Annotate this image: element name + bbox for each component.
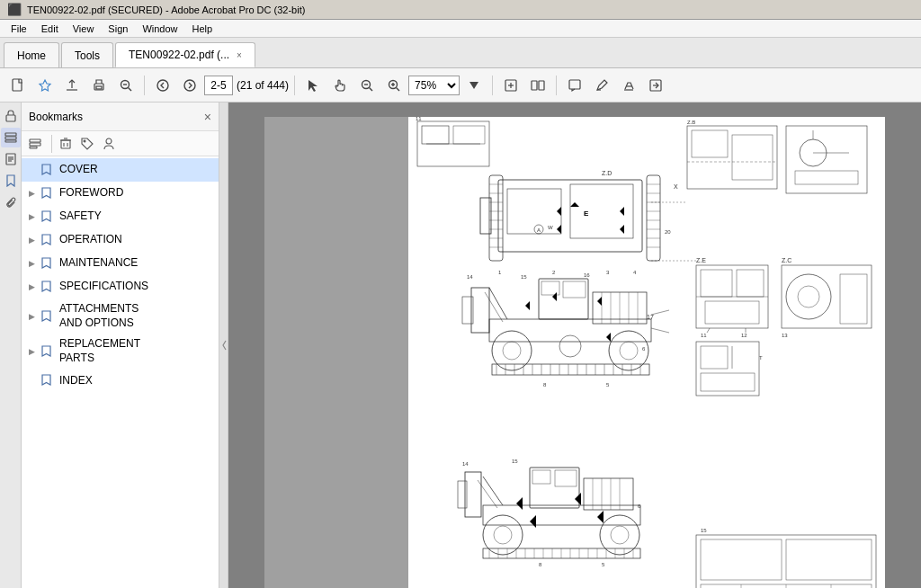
svg-text:Z.B: Z.B	[687, 120, 695, 125]
hand-tool-button[interactable]	[327, 73, 353, 98]
attachment-icon[interactable]	[1, 192, 21, 212]
zoom-dropdown-button[interactable]	[461, 73, 487, 98]
pdf-viewer[interactable]: 11	[228, 102, 921, 588]
svg-rect-54	[507, 189, 561, 234]
bookmarks-title: Bookmarks	[29, 111, 83, 123]
bookmark-icon-replacement	[41, 345, 54, 358]
fit-page-button[interactable]	[498, 73, 523, 98]
tab-tools-label: Tools	[75, 49, 100, 62]
svg-marker-138	[552, 292, 557, 301]
svg-marker-206	[516, 497, 523, 510]
bookmark-item-attachments[interactable]: ▶ ATTACHMENTSAND OPTIONS	[22, 298, 219, 334]
bookmark-item-replacement[interactable]: ▶ REPLACEMENTPARTS	[22, 334, 219, 369]
svg-text:3: 3	[606, 270, 610, 275]
svg-text:16: 16	[584, 272, 590, 278]
svg-text:12: 12	[741, 333, 747, 338]
bookmark-item-index[interactable]: INDEX	[22, 369, 219, 392]
comment-button[interactable]	[562, 73, 587, 98]
svg-rect-39	[30, 143, 40, 146]
menu-file[interactable]: File	[4, 22, 34, 35]
panel-collapse-handle[interactable]	[219, 102, 228, 588]
tab-home[interactable]: Home	[4, 42, 59, 67]
svg-text:5: 5	[606, 382, 610, 388]
bookmark-item-specifications[interactable]: ▶ SPECIFICATIONS	[22, 275, 219, 298]
svg-rect-0	[13, 79, 22, 91]
tab-document[interactable]: TEN00922-02.pdf (... ×	[115, 42, 255, 67]
toolbar-separator-4	[556, 76, 557, 95]
prev-page-button[interactable]	[150, 73, 175, 98]
svg-rect-153	[737, 270, 764, 297]
zoom-in-tool-button[interactable]	[381, 73, 407, 98]
cursor-tool-button[interactable]	[300, 73, 326, 98]
title-text: TEN00922-02.pdf (SECURED) - Adobe Acroba…	[27, 4, 305, 15]
bookmark-chevron-attachments: ▶	[29, 312, 41, 321]
svg-rect-33	[5, 140, 16, 142]
bookmarks-person-button[interactable]	[99, 134, 119, 154]
svg-rect-4	[96, 86, 102, 89]
bookmark-chevron-operation: ▶	[29, 236, 41, 245]
svg-point-46	[84, 140, 85, 142]
tab-close-button[interactable]: ×	[237, 50, 242, 60]
svg-rect-32	[5, 137, 16, 139]
tab-tools[interactable]: Tools	[61, 42, 113, 67]
zoom-out-button[interactable]	[113, 73, 139, 98]
layers-icon[interactable]	[1, 128, 21, 147]
svg-text:11: 11	[701, 333, 707, 338]
next-page-button[interactable]	[177, 73, 202, 98]
bookmarks-tag-button[interactable]	[77, 134, 97, 154]
svg-text:Z.C: Z.C	[782, 257, 791, 263]
menu-edit[interactable]: Edit	[34, 22, 66, 35]
bookmarks-close-button[interactable]: ×	[204, 110, 211, 124]
bookmark-label-cover: COVER	[59, 163, 98, 177]
svg-rect-22	[532, 81, 537, 90]
menu-sign[interactable]: Sign	[101, 22, 135, 35]
pen-button[interactable]	[589, 73, 614, 98]
page-input[interactable]	[204, 76, 233, 95]
svg-marker-76	[557, 207, 561, 216]
svg-rect-41	[61, 140, 70, 148]
svg-text:2: 2	[552, 270, 556, 275]
svg-text:Z.D: Z.D	[602, 170, 612, 176]
menu-window[interactable]: Window	[135, 22, 184, 35]
lock-icon[interactable]	[1, 106, 21, 126]
svg-point-183	[494, 526, 512, 544]
menu-help[interactable]: Help	[185, 22, 220, 35]
svg-rect-100	[539, 279, 588, 319]
bookmark-item-cover[interactable]: COVER	[22, 158, 219, 182]
bookmark-star-button[interactable]	[32, 73, 58, 98]
svg-marker-140	[606, 333, 611, 342]
bookmark-item-safety[interactable]: ▶ SAFETY	[22, 205, 219, 228]
zoom-select[interactable]: 50% 75% 100% 125% 150% 200%	[408, 76, 460, 95]
menu-view[interactable]: View	[66, 22, 102, 35]
app-icon: ⬛	[7, 3, 22, 16]
pages-icon[interactable]	[1, 149, 21, 169]
svg-point-112	[492, 331, 532, 370]
svg-text:4: 4	[633, 270, 637, 275]
upload-button[interactable]	[59, 73, 85, 98]
bookmark-item-operation[interactable]: ▶ OPERATION	[22, 228, 219, 252]
svg-text:W: W	[548, 225, 553, 230]
svg-text:14: 14	[467, 274, 473, 280]
new-file-button[interactable]	[5, 73, 31, 98]
svg-text:X: X	[674, 183, 678, 190]
spread-view-button[interactable]	[525, 73, 550, 98]
svg-point-162	[786, 274, 831, 319]
svg-rect-97	[795, 171, 858, 184]
page-gray-area	[264, 117, 408, 588]
svg-text:11: 11	[416, 117, 422, 121]
highlight-button[interactable]	[616, 73, 641, 98]
bookmarks-delete-button[interactable]	[56, 134, 76, 154]
svg-rect-186	[483, 548, 640, 558]
bookmarks-options-button[interactable]	[25, 134, 45, 154]
export-button[interactable]	[643, 73, 668, 98]
print-button[interactable]	[86, 73, 112, 98]
bookmark-item-maintenance[interactable]: ▶ MAINTENANCE	[22, 252, 219, 275]
svg-point-9	[184, 80, 195, 91]
zoom-out-tool-button[interactable]	[354, 73, 380, 98]
toolbar: (21 of 444) 50% 75% 100% 125% 150% 200%	[0, 68, 921, 102]
svg-marker-78	[570, 202, 579, 207]
bookmark-icon-maintenance	[41, 257, 54, 270]
bookmark-panel-icon[interactable]	[1, 171, 21, 191]
bookmarks-panel: Bookmarks ×	[22, 102, 219, 588]
bookmark-item-foreword[interactable]: ▶ FOREWORD	[22, 182, 219, 205]
